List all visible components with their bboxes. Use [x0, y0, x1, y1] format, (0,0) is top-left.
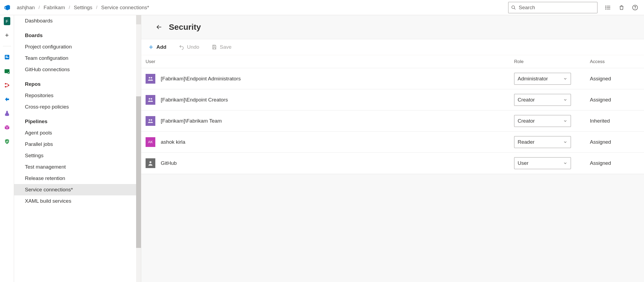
access-value: Assigned [590, 139, 639, 145]
settings-nav: ▴ DashboardsBoardsProject configurationT… [14, 15, 141, 282]
table-row[interactable]: AKashok kirlaReaderAssigned [141, 132, 644, 153]
user-name: GitHub [160, 160, 514, 166]
col-user: User [143, 59, 514, 64]
add-button[interactable]: Add [148, 44, 166, 50]
nav-item[interactable]: Dashboards [14, 15, 141, 27]
rail-security-icon[interactable] [4, 138, 10, 145]
avatar: AK [146, 137, 155, 147]
table-row[interactable]: [Fabrikam]\Fabrikam TeamCreatorInherited [141, 110, 644, 132]
nav-item[interactable]: XAML build services [14, 195, 141, 207]
role-value: User [518, 160, 528, 166]
rail-artifacts-icon[interactable] [4, 124, 10, 131]
svg-rect-12 [5, 57, 8, 58]
user-name: [Fabrikam]\Fabrikam Team [160, 118, 514, 124]
search-input[interactable] [519, 5, 594, 11]
nav-item[interactable]: Team configuration [14, 53, 141, 64]
add-label: Add [156, 44, 166, 50]
breadcrumb-sep: / [39, 5, 40, 10]
rail-repos-icon[interactable] [4, 82, 10, 88]
save-label: Save [220, 44, 231, 50]
nav-item[interactable]: Test management [14, 161, 141, 173]
rail-pipelines-icon[interactable] [4, 96, 10, 103]
breadcrumb: ashjhan / Fabrikam / Settings / Service … [17, 5, 149, 11]
role-select[interactable]: Administrator [514, 73, 571, 85]
undo-icon [179, 44, 184, 50]
nav-item[interactable]: Service connections* [14, 184, 141, 195]
breadcrumb-section[interactable]: Settings [74, 5, 93, 11]
breadcrumb-org[interactable]: ashjhan [17, 5, 35, 11]
table-row[interactable]: [Fabrikam]\Endpoint AdministratorsAdmini… [141, 68, 644, 89]
avatar [146, 74, 155, 84]
nav-item[interactable]: Repositories [14, 90, 141, 101]
list-icon[interactable] [605, 5, 611, 11]
help-icon[interactable] [632, 5, 638, 11]
project-avatar: F [4, 17, 10, 25]
svg-point-0 [512, 6, 515, 9]
access-value: Inherited [590, 118, 639, 124]
breadcrumb-page[interactable]: Service connections* [101, 5, 149, 11]
search-box[interactable] [508, 2, 597, 13]
user-name: [Fabrikam]\Endpoint Creators [160, 97, 514, 103]
toolbar: Add Undo Save [141, 39, 644, 55]
svg-point-25 [149, 119, 150, 121]
breadcrumb-sep: / [96, 5, 97, 10]
table-row[interactable]: [Fabrikam]\Endpoint CreatorsCreatorAssig… [141, 89, 644, 110]
rail-new[interactable]: + [4, 32, 10, 38]
svg-point-26 [151, 119, 152, 121]
avatar [146, 95, 155, 105]
role-select[interactable]: User [514, 157, 571, 169]
svg-point-22 [151, 77, 152, 78]
nav-item[interactable]: Parallel jobs [14, 139, 141, 150]
scrollbar-thumb[interactable] [136, 96, 141, 248]
body: F + ▴ DashboardsBoardsProject configurat… [0, 15, 644, 282]
role-select[interactable]: Creator [514, 94, 571, 106]
col-access: Access [590, 59, 639, 64]
breadcrumb-project[interactable]: Fabrikam [44, 5, 65, 11]
role-value: Reader [518, 139, 534, 145]
back-button[interactable] [156, 24, 162, 30]
svg-rect-11 [5, 56, 7, 57]
nav-header: Repos [14, 75, 141, 90]
role-select[interactable]: Creator [514, 115, 571, 127]
table-header: User Role Access [141, 55, 644, 68]
nav-item[interactable]: Cross-repo policies [14, 101, 141, 113]
nav-item[interactable]: Agent pools [14, 127, 141, 139]
marketplace-icon[interactable] [619, 5, 625, 11]
nav-item[interactable]: Project configuration [14, 41, 141, 53]
security-card: Add Undo Save User Role Access [Fabrikam… [141, 39, 644, 174]
save-icon [212, 44, 217, 50]
svg-point-5 [606, 6, 606, 6]
plus-icon [148, 44, 154, 50]
undo-button[interactable]: Undo [179, 44, 199, 50]
top-bar: ashjhan / Fabrikam / Settings / Service … [0, 0, 644, 15]
rail-project[interactable]: F [4, 18, 10, 24]
chevron-down-icon [563, 161, 567, 165]
table-row[interactable]: GitHubUserAssigned [141, 153, 644, 174]
chevron-down-icon [563, 119, 567, 123]
save-button[interactable]: Save [212, 44, 231, 50]
nav-item[interactable]: Release retention [14, 173, 141, 184]
role-value: Creator [518, 118, 535, 124]
nav-header: Pipelines [14, 113, 141, 127]
nav-item[interactable]: GitHub connections [14, 64, 141, 75]
role-value: Administrator [518, 76, 548, 82]
svg-point-23 [149, 98, 150, 100]
user-name: [Fabrikam]\Endpoint Administrators [160, 76, 514, 82]
role-select[interactable]: Reader [514, 136, 571, 148]
page-title: Security [169, 22, 201, 32]
svg-point-24 [151, 98, 152, 100]
rail-boards-icon[interactable] [4, 68, 10, 74]
search-icon [511, 5, 516, 10]
azure-devops-logo[interactable] [3, 4, 11, 11]
rail-overview-icon[interactable] [4, 54, 10, 60]
svg-point-6 [606, 7, 606, 8]
settings-scroll[interactable]: DashboardsBoardsProject configurationTea… [14, 15, 141, 282]
svg-point-27 [149, 161, 151, 163]
nav-item[interactable]: Settings [14, 150, 141, 161]
chevron-down-icon [563, 98, 567, 102]
rail-testplans-icon[interactable] [4, 110, 10, 117]
breadcrumb-sep: / [69, 5, 70, 10]
chevron-down-icon [563, 77, 567, 81]
avatar [146, 116, 155, 126]
scrollbar-up[interactable]: ▴ [136, 15, 141, 20]
